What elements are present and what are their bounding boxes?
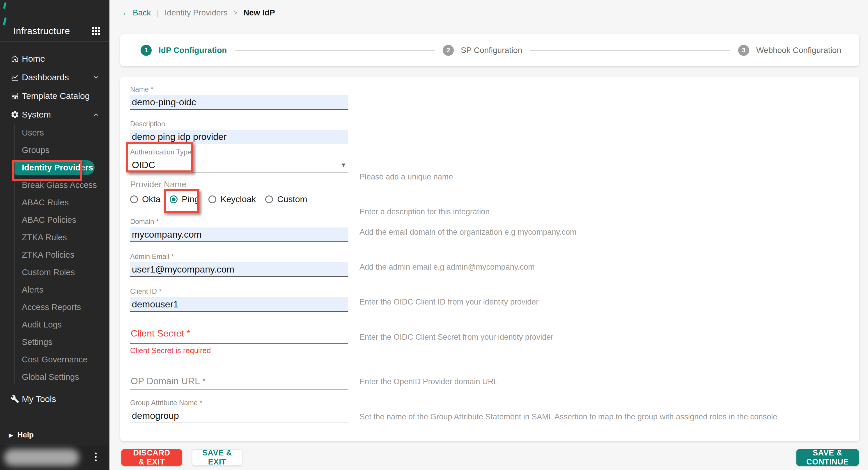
wrench-icon xyxy=(10,395,19,403)
sidebar-item-label: Template Catalog xyxy=(22,91,90,101)
client-id-field: Client ID * demouser1 xyxy=(130,287,348,312)
sidebar-item-alerts[interactable]: Alerts xyxy=(0,281,110,298)
radio-okta[interactable]: Okta xyxy=(130,194,160,204)
group-attribute-name-input[interactable]: demogroup xyxy=(130,409,348,423)
sidebar-item-ztka-rules[interactable]: ZTKA Rules xyxy=(0,229,110,246)
radio-label: Ping xyxy=(182,194,199,204)
sidebar-item-label: Global Settings xyxy=(22,372,79,382)
logo-mark xyxy=(3,18,7,25)
radio-icon xyxy=(209,196,216,203)
sidebar-item-label: My Tools xyxy=(22,394,56,404)
domain-hint: Add the email domain of the organization… xyxy=(360,228,576,237)
sidebar-item-label: Home xyxy=(22,54,45,64)
sidebar-item-my-tools[interactable]: My Tools xyxy=(0,390,110,408)
sidebar-item-label: ZTKA Rules xyxy=(22,233,67,242)
breadcrumb-current: New IdP xyxy=(243,8,275,18)
client-secret-field: Client Secret * Client Secret is require… xyxy=(130,326,348,355)
logo-mark xyxy=(3,2,6,9)
sidebar: Infrastructure Home Dashboards Template … xyxy=(0,0,110,470)
radio-label: Custom xyxy=(277,194,307,204)
radio-label: Okta xyxy=(142,194,160,204)
radio-icon xyxy=(130,196,138,203)
dashboards-icon xyxy=(10,73,19,82)
admin-email-input[interactable]: user1@mycompany.com xyxy=(130,262,348,277)
gear-icon xyxy=(10,110,19,119)
authentication-type-select[interactable]: OIDC ▼ xyxy=(130,158,348,172)
chevron-right-icon: > xyxy=(234,9,238,17)
sidebar-item-label: ABAC Policies xyxy=(22,215,76,225)
sidebar-item-system[interactable]: System xyxy=(0,105,110,124)
sidebar-item-abac-rules[interactable]: ABAC Rules xyxy=(0,194,110,211)
radio-ping[interactable]: Ping xyxy=(170,194,199,204)
help-label: Help xyxy=(17,431,33,439)
sidebar-item-abac-policies[interactable]: ABAC Policies xyxy=(0,211,110,229)
authentication-type-label: Authentication Type xyxy=(130,148,348,157)
radio-keycloak[interactable]: Keycloak xyxy=(209,194,256,204)
client-id-hint: Enter the OIDC Client ID from your ident… xyxy=(360,298,538,307)
step-sp-configuration: 2 SP Configuration xyxy=(443,45,522,56)
sidebar-item-break-glass-access[interactable]: Break Glass Access xyxy=(0,176,110,194)
sidebar-item-label: Dashboards xyxy=(22,72,69,82)
step-number: 2 xyxy=(443,45,454,56)
client-secret-input[interactable]: Client Secret * xyxy=(130,326,348,344)
save-continue-button[interactable]: SAVE & CONTINUE xyxy=(796,449,859,466)
sidebar-item-dashboards[interactable]: Dashboards xyxy=(0,68,110,87)
sidebar-item-groups[interactable]: Groups xyxy=(0,141,110,159)
name-field: Name * demo-ping-oidc xyxy=(130,85,348,110)
sidebar-item-settings[interactable]: Settings xyxy=(0,333,110,351)
client-secret-error: Client Secret is required xyxy=(130,346,348,355)
breadcrumb-section[interactable]: Identity Providers xyxy=(165,8,228,18)
save-exit-button[interactable]: SAVE & EXIT xyxy=(192,449,242,466)
name-hint: Please add a unique name xyxy=(360,172,453,181)
discard-exit-button[interactable]: DISCARD & EXIT xyxy=(121,449,182,466)
sidebar-nav: Home Dashboards Template Catalog System xyxy=(0,49,110,408)
chevron-up-icon xyxy=(93,111,99,118)
sidebar-item-label: System xyxy=(22,110,51,120)
sidebar-item-help[interactable]: ▶ Help xyxy=(9,431,34,439)
sidebar-item-access-reports[interactable]: Access Reports xyxy=(0,298,110,316)
stepper-connector xyxy=(235,50,435,51)
back-button[interactable]: ← Back xyxy=(122,8,151,18)
radio-custom[interactable]: Custom xyxy=(265,194,307,204)
client-id-input[interactable]: demouser1 xyxy=(130,297,348,312)
sidebar-item-template-catalog[interactable]: Template Catalog xyxy=(0,87,110,105)
sidebar-item-custom-roles[interactable]: Custom Roles xyxy=(0,264,110,281)
apps-grid-icon[interactable] xyxy=(92,27,100,35)
op-domain-url-hint: Enter the OpenID Provider domain URL xyxy=(360,377,498,386)
provider-name-label: Provider Name xyxy=(130,180,348,190)
description-input[interactable]: demo ping idp provider xyxy=(130,130,348,144)
user-account-bar[interactable] xyxy=(0,445,110,470)
back-arrow-icon: ← xyxy=(122,8,130,18)
op-domain-url-field: OP Domain URL * xyxy=(130,375,348,390)
sidebar-item-label: Alerts xyxy=(22,285,43,295)
sidebar-item-identity-providers[interactable]: Identity Providers xyxy=(0,159,110,176)
sidebar-item-users[interactable]: Users xyxy=(0,124,110,141)
sidebar-item-cost-governance[interactable]: Cost Governance xyxy=(0,351,110,368)
sidebar-item-label: ZTKA Policies xyxy=(22,250,74,260)
domain-field: Domain * mycompany.com xyxy=(130,217,348,242)
home-icon xyxy=(10,55,19,63)
authentication-type-field: Authentication Type OIDC ▼ xyxy=(130,148,348,172)
sidebar-item-label: Settings xyxy=(22,337,52,347)
step-idp-configuration: 1 IdP Configuration xyxy=(141,45,227,56)
sidebar-item-audit-logs[interactable]: Audit Logs xyxy=(0,316,110,333)
domain-input[interactable]: mycompany.com xyxy=(130,228,348,242)
name-label: Name * xyxy=(130,85,348,94)
step-label: SP Configuration xyxy=(461,46,522,55)
radio-icon xyxy=(265,196,273,203)
client-secret-hint: Enter the OIDC Client Secret from your i… xyxy=(360,333,553,342)
user-account-blurred xyxy=(4,449,79,466)
provider-radio-group: Okta Ping Keycloak Custom xyxy=(130,194,348,204)
name-input[interactable]: demo-ping-oidc xyxy=(130,95,348,110)
sidebar-item-ztka-policies[interactable]: ZTKA Policies xyxy=(0,246,110,264)
admin-email-field: Admin Email * user1@mycompany.com xyxy=(130,253,348,277)
step-label: Webhook Configuration xyxy=(756,46,841,55)
kebab-menu-icon[interactable] xyxy=(95,452,97,461)
sidebar-item-home[interactable]: Home xyxy=(0,49,110,68)
step-webhook-configuration: 3 Webhook Configuration xyxy=(738,45,841,56)
provider-name-field: Provider Name Okta Ping Keycloak Custom xyxy=(130,180,348,204)
step-number: 1 xyxy=(141,45,152,56)
op-domain-url-input[interactable]: OP Domain URL * xyxy=(130,375,348,390)
domain-label: Domain * xyxy=(130,217,348,226)
sidebar-item-global-settings[interactable]: Global Settings xyxy=(0,368,110,385)
